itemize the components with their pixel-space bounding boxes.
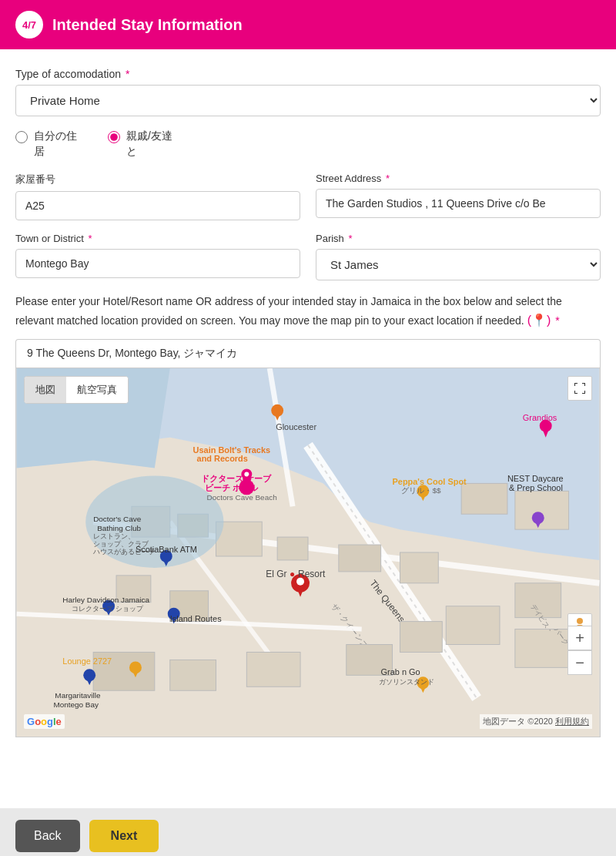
zoom-out-button[interactable]: − [567, 650, 592, 675]
map-toggle-group: 地図 航空写真 [24, 376, 129, 404]
svg-text:ScotiaBank ATM: ScotiaBank ATM [136, 545, 197, 554]
svg-rect-21 [400, 552, 439, 583]
svg-text:Bathing Club: Bathing Club [97, 524, 141, 532]
map-toggle-satellite[interactable]: 航空写真 [66, 377, 128, 403]
svg-rect-23 [515, 492, 569, 530]
fullscreen-icon [574, 382, 586, 394]
page-title: Intended Stay Information [52, 16, 243, 34]
svg-text:Resort: Resort [298, 569, 326, 579]
radio-family-label: 親戚/友達と [126, 129, 172, 159]
svg-text:Usain Bolt's Tracks: Usain Bolt's Tracks [193, 445, 270, 455]
map-toggle-map[interactable]: 地図 [25, 377, 66, 403]
svg-text:Lounge 2727: Lounge 2727 [62, 657, 112, 666]
zoom-in-button[interactable]: + [567, 626, 592, 650]
map-svg: The Queens Dr ザ・クイーンズ・ドライブ Gloucester [16, 368, 600, 737]
svg-text:Montego Bay: Montego Bay [53, 700, 99, 709]
radio-self-label: 自分の住居 [34, 129, 77, 159]
svg-text:Margaritaville: Margaritaville [55, 691, 101, 700]
house-number-label: 家屋番号 [15, 173, 300, 186]
map-search-input[interactable] [15, 339, 601, 368]
svg-text:Doctor's Cave: Doctor's Cave [93, 515, 142, 523]
svg-text:Grandios: Grandios [523, 413, 557, 422]
next-button[interactable]: Next [89, 820, 159, 852]
svg-point-0 [577, 618, 583, 624]
parish-label: Parish * [316, 233, 601, 244]
app-logo: 4/7 [15, 11, 43, 39]
main-content: Type of accomodation * Private Home Hote… [0, 49, 616, 808]
town-label: Town or District * [15, 233, 300, 244]
svg-text:ドクターズ ケーブ: ドクターズ ケーブ [201, 475, 272, 484]
svg-text:and Records: and Records [197, 455, 248, 464]
svg-text:Peppa's Cool Spot: Peppa's Cool Spot [393, 478, 467, 487]
parish-select[interactable]: St James Kingston St Andrew St Catherine… [316, 249, 601, 280]
address-row-2: Town or District * Parish * St James Kin… [15, 233, 601, 280]
radio-self[interactable]: 自分の住居 [15, 129, 77, 159]
page-header: 4/7 Intended Stay Information [0, 0, 616, 49]
street-address-col: Street Address * [316, 173, 601, 220]
terms-link[interactable]: 利用規約 [555, 717, 589, 726]
back-button[interactable]: Back [15, 820, 80, 852]
svg-text:グリル・$$: グリル・$$ [401, 486, 441, 495]
svg-text:El Gr: El Gr [266, 569, 286, 579]
svg-text:Harley Davidson Jamaica: Harley Davidson Jamaica [62, 596, 149, 604]
map-container: 地図 航空写真 + − [15, 368, 601, 737]
google-logo: Google [24, 714, 65, 729]
svg-text:コレクターズ ショップ: コレクターズ ショップ [72, 605, 143, 613]
svg-rect-27 [170, 660, 216, 691]
accommodation-select[interactable]: Private Home Hotel/Resort Airbnb Other [15, 85, 601, 116]
svg-text:NEST Daycare: NEST Daycare [507, 475, 564, 484]
svg-text:Gloucester: Gloucester [276, 422, 316, 431]
svg-text:Doctors Cave Beach: Doctors Cave Beach [207, 493, 277, 502]
svg-text:ガソリンスタンド: ガソリンスタンド [379, 678, 434, 686]
radio-family-input[interactable] [108, 131, 120, 143]
svg-text:Grab n Go: Grab n Go [381, 668, 420, 677]
svg-rect-19 [277, 537, 308, 560]
radio-self-input[interactable] [15, 131, 28, 143]
svg-rect-31 [446, 606, 500, 645]
map-zoom-controls: + − [567, 626, 592, 675]
town-input[interactable] [15, 249, 300, 278]
town-col: Town or District * [15, 233, 300, 280]
svg-text:Island Routes: Island Routes [170, 614, 222, 623]
instruction-text: Please enter your Hotel/Resort name OR a… [15, 293, 601, 330]
svg-rect-22 [461, 484, 507, 515]
map-attribution: 地図データ ©2020 利用規約 [480, 714, 592, 729]
street-address-input[interactable] [316, 189, 601, 218]
required-marker: * [126, 68, 129, 80]
svg-rect-20 [339, 545, 381, 572]
stay-type-radio-group: 自分の住居 親戚/友達と [15, 129, 601, 159]
svg-text:●: ● [290, 569, 295, 579]
svg-text:レストラン、: レストラン、 [93, 532, 135, 540]
svg-text:ビーチ ホテル: ビーチ ホテル [205, 484, 259, 493]
address-row-1: 家屋番号 Street Address * [15, 173, 601, 220]
parish-col: Parish * St James Kingston St Andrew St … [316, 233, 601, 280]
street-address-label: Street Address * [316, 173, 601, 184]
svg-text:& Prep School: & Prep School [509, 484, 563, 493]
map-fullscreen-button[interactable] [567, 376, 592, 401]
house-number-input[interactable] [15, 191, 300, 220]
accommodation-label: Type of accomodation * [15, 68, 601, 80]
page-footer: Back Next [0, 808, 616, 856]
svg-rect-28 [246, 653, 300, 687]
house-number-col: 家屋番号 [15, 173, 300, 220]
pin-icon: (📍) [527, 311, 551, 331]
svg-rect-30 [400, 622, 443, 653]
radio-family[interactable]: 親戚/友達と [108, 129, 172, 159]
